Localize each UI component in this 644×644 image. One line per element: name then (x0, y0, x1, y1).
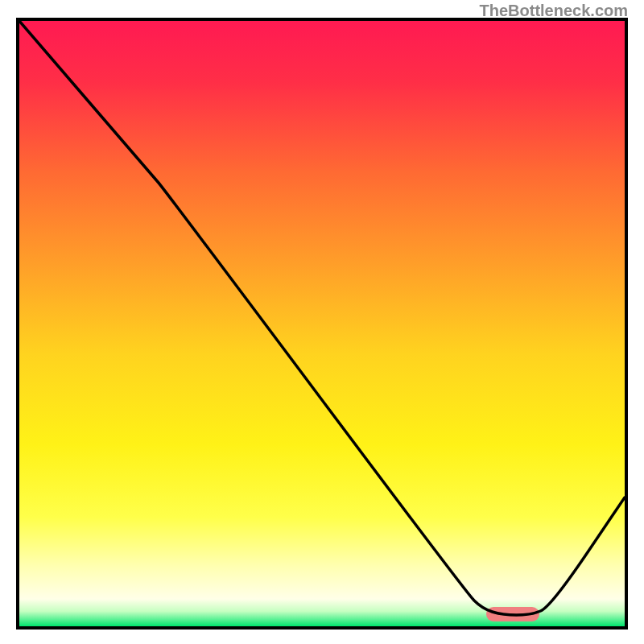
chart-frame (16, 18, 628, 630)
plot-area (19, 21, 625, 626)
bottleneck-curve-path (19, 21, 625, 615)
bottleneck-curve (19, 21, 625, 626)
